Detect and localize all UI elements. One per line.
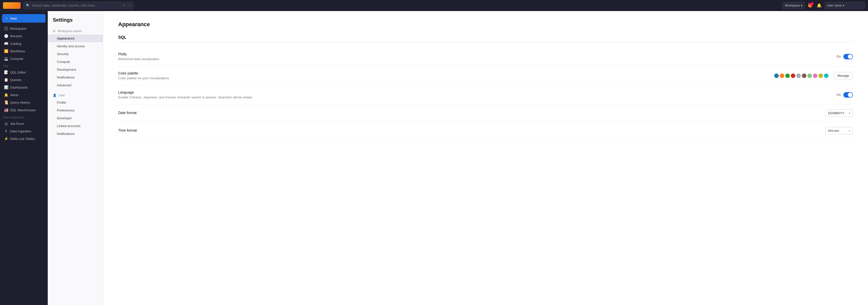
settings-item-security[interactable]: Security <box>48 50 103 58</box>
sidebar-item-data-ingestion[interactable]: ⬇ Data Ingestion <box>1 127 46 135</box>
sidebar-item-recents[interactable]: 🕐 Recents <box>1 32 46 40</box>
sidebar-label-dashboards: Dashboards <box>10 86 28 89</box>
sidebar-label-job-runs: Job Runs <box>10 122 24 126</box>
settings-item-identity-access[interactable]: Identity and access <box>48 42 103 50</box>
main-layout: ＋ New ⬛ Workspace 🕐 Recents 📖 Catalog 🔀 … <box>0 11 868 305</box>
notifications-label: Notifications <box>57 76 75 79</box>
user-icon: 👤 <box>53 93 57 97</box>
workspace-dropdown[interactable]: Workspace ▾ <box>782 2 805 9</box>
linked-accounts-label: Linked accounts <box>57 124 81 128</box>
sidebar-item-compute[interactable]: 💻 Compute <box>1 55 46 62</box>
color-dot-2 <box>780 74 784 78</box>
settings-title: Settings <box>48 17 103 28</box>
left-sidebar: ＋ New ⬛ Workspace 🕐 Recents 📖 Catalog 🔀 … <box>0 11 48 305</box>
search-bar[interactable]: 🔍 Search data, notebooks, recents, and m… <box>23 2 134 9</box>
user-chevron-icon: ▾ <box>843 4 844 7</box>
sidebar-label-compute: Compute <box>10 57 23 61</box>
plotly-control: On <box>837 54 853 59</box>
recents-icon: 🕐 <box>4 34 8 38</box>
color-palette-setting-row: Color palette Color palette for your vis… <box>118 66 853 85</box>
plotly-toggle[interactable] <box>843 54 853 59</box>
sidebar-label-sql-editor: SQL Editor <box>10 71 26 74</box>
sidebar-label-workspace: Workspace <box>10 27 26 30</box>
sidebar-label-data-ingestion: Data Ingestion <box>10 129 31 133</box>
sidebar-item-workspace[interactable]: ⬛ Workspace <box>1 25 46 32</box>
search-placeholder: Search data, notebooks, recents, and mor… <box>32 3 120 7</box>
language-toggle[interactable] <box>843 92 853 98</box>
sidebar-label-queries: Queries <box>10 78 22 82</box>
data-ingestion-icon: ⬇ <box>4 129 8 133</box>
identity-access-label: Identity and access <box>57 44 85 48</box>
de-section-label: Data Engineering <box>0 114 48 120</box>
color-dot-1 <box>774 74 779 78</box>
sql-section-label: SQL <box>0 62 48 68</box>
settings-item-appearance[interactable]: Appearance <box>48 34 103 42</box>
preferences-label: Preferences <box>57 108 74 112</box>
sidebar-label-workflows: Workflows <box>10 49 25 53</box>
language-control: On <box>837 92 853 98</box>
settings-item-advanced[interactable]: Advanced <box>48 81 103 89</box>
settings-item-compute[interactable]: Compute <box>48 58 103 66</box>
query-history-icon: 📜 <box>4 101 8 105</box>
sidebar-item-job-runs[interactable]: ▤ Job Runs <box>1 120 46 127</box>
plotly-setting-row: Plotly Refreshed data visualization On <box>118 47 853 66</box>
workspace-icon: ⬛ <box>4 26 8 30</box>
manage-button[interactable]: Manage <box>834 72 853 79</box>
sidebar-label-recents: Recents <box>10 34 22 38</box>
gift-button[interactable]: 🎁 1 <box>807 2 814 9</box>
appearance-label: Appearance <box>57 36 74 40</box>
time-format-setting-row: Time format HH:mm ▾ <box>118 122 853 140</box>
settings-item-developer[interactable]: Developer <box>48 114 103 122</box>
sidebar-item-delta-live-tables[interactable]: ⚡ Delta Live Tables <box>1 135 46 142</box>
language-setting-row: Language Enable Chinese, Japanese, and K… <box>118 85 853 105</box>
sidebar-item-sql-editor[interactable]: 📝 SQL Editor <box>1 68 46 76</box>
plotly-info: Plotly Refreshed data visualization <box>118 52 837 61</box>
sidebar-item-dashboards[interactable]: 📊 Dashboards <box>1 84 46 91</box>
sidebar-item-queries[interactable]: 📋 Queries <box>1 76 46 84</box>
settings-item-linked-accounts[interactable]: Linked accounts <box>48 122 103 130</box>
settings-item-preferences[interactable]: Preferences <box>48 107 103 114</box>
queries-icon: 📋 <box>4 78 8 82</box>
date-format-info: Date format <box>118 111 825 116</box>
user-dropdown-label: User name <box>827 4 842 7</box>
color-palette-name: Color palette <box>118 71 774 75</box>
sidebar-item-workflows[interactable]: 🔀 Workflows <box>1 47 46 55</box>
new-button[interactable]: ＋ New <box>2 14 45 23</box>
workspace-admin-icon: ⚙ <box>53 29 56 33</box>
security-label: Security <box>57 52 69 56</box>
search-icon: 🔍 <box>26 3 30 7</box>
plotly-desc: Refreshed data visualization <box>118 57 837 61</box>
user-label: User <box>59 93 65 97</box>
sql-editor-icon: 📝 <box>4 70 8 74</box>
workspace-admin-label: Workspace admin <box>58 29 82 33</box>
date-format-setting-row: Date format DD/MM/YY ▾ <box>118 105 853 122</box>
settings-item-profile[interactable]: Profile <box>48 99 103 107</box>
date-format-select[interactable]: DD/MM/YY ▾ <box>825 109 853 117</box>
sidebar-label-alerts: Alerts <box>10 93 18 97</box>
settings-item-development[interactable]: Development <box>48 66 103 74</box>
time-format-select[interactable]: HH:mm ▾ <box>825 127 853 134</box>
sidebar-item-alerts[interactable]: 🔔 Alerts <box>1 91 46 99</box>
new-button-label: New <box>10 17 17 20</box>
search-shortcut: ⌘ + P <box>122 4 131 7</box>
language-info: Language Enable Chinese, Japanese, and K… <box>118 90 837 99</box>
notifications-button[interactable]: 🔔 <box>816 2 823 9</box>
settings-item-notifications[interactable]: Notifications <box>48 74 103 81</box>
color-dot-4 <box>791 74 795 78</box>
time-format-info: Time format <box>118 128 825 133</box>
color-dot-6 <box>802 74 806 78</box>
settings-sidebar: Settings ⚙ Workspace admin Appearance Id… <box>48 11 103 305</box>
color-palette-desc: Color palette for your visualizations <box>118 76 774 80</box>
color-dot-7 <box>807 74 812 78</box>
workspace-admin-header: ⚙ Workspace admin <box>48 28 103 34</box>
plotly-toggle-knob <box>848 54 852 59</box>
date-format-control: DD/MM/YY ▾ <box>825 109 853 117</box>
user-dropdown[interactable]: User name ▾ <box>825 2 865 9</box>
sidebar-item-sql-warehouses[interactable]: 🏭 SQL Warehouses <box>1 106 46 114</box>
color-palette-control: Manage <box>774 72 853 79</box>
sidebar-label-catalog: Catalog <box>10 42 21 46</box>
settings-item-user-notifications[interactable]: Notifications <box>48 130 103 138</box>
date-format-name: Date format <box>118 111 825 115</box>
sidebar-item-query-history[interactable]: 📜 Query History <box>1 99 46 106</box>
sidebar-item-catalog[interactable]: 📖 Catalog <box>1 40 46 47</box>
